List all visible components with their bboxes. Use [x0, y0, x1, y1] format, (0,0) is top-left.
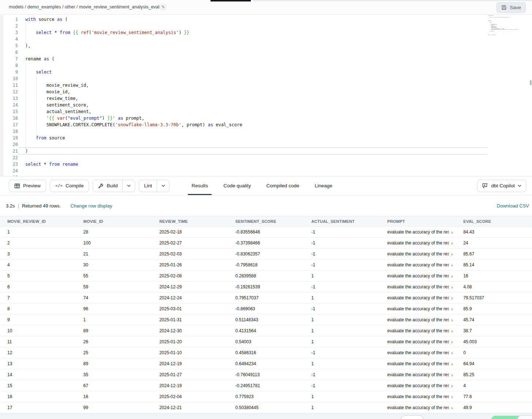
table-cell: 28 [76, 229, 152, 235]
prompt-expand-icon[interactable]: › [451, 383, 453, 388]
eval-score-cell: 4 [456, 383, 532, 388]
eval-score-cell: 0 [456, 350, 532, 355]
build-dropdown-chevron[interactable] [122, 180, 135, 192]
returned-rows-text: Returned 49 rows. [22, 203, 61, 209]
tab-lineage[interactable]: Lineage [314, 176, 333, 195]
results-tabs: ResultsCode qualityCompiled codeLineage [191, 176, 333, 195]
table-row: 1282025-02-18-0.83556646-1evaluate the a… [0, 227, 532, 237]
line-number: 20 [3, 141, 18, 148]
line-number: 23 [3, 161, 18, 168]
table-cell: -0.869063 [228, 306, 304, 311]
prompt-preview-text: evaluate the accuracy of the res... [387, 383, 449, 388]
table-cell: 2024-12-30 [152, 328, 228, 333]
editor-minimap[interactable]: with source as ( select * from {{ ref('m… [488, 15, 530, 36]
table-cell: -1 [304, 262, 380, 268]
prompt-expand-icon[interactable]: › [451, 251, 453, 257]
save-button[interactable]: Save [496, 2, 526, 13]
breadcrumb[interactable]: models / demo_examples / other / movie_r… [9, 4, 167, 10]
tab-compiled-code[interactable]: Compiled code [265, 176, 300, 195]
prompt-preview-text: evaluate the accuracy of the res... [387, 317, 449, 322]
prompt-expand-icon[interactable]: › [451, 361, 453, 366]
column-header: SENTIMENT_SCORE [228, 219, 304, 224]
bottom-bar [0, 414, 532, 419]
prompt-expand-icon[interactable]: › [451, 405, 453, 410]
line-number: 3 [3, 29, 18, 36]
build-button[interactable]: Build [93, 180, 122, 192]
table-cell: 25 [76, 350, 152, 355]
prompt-expand-icon[interactable]: › [451, 317, 453, 322]
code-line [25, 36, 532, 42]
line-number: 16 [3, 115, 18, 121]
line-number: 5 [3, 42, 18, 49]
prompt-expand-icon[interactable]: › [451, 295, 453, 300]
table-cell: 2025-01-26 [152, 262, 228, 268]
prompt-expand-icon[interactable]: › [451, 372, 453, 377]
prompt-expand-icon[interactable]: › [451, 262, 453, 268]
prompt-preview-text: evaluate the accuracy of the res... [387, 394, 449, 399]
top-bar: models / demo_examples / other / movie_r… [0, 0, 532, 15]
bottom-partial-button[interactable] [517, 415, 532, 419]
line-number: 22 [3, 154, 18, 161]
prompt-expand-icon[interactable]: › [451, 284, 453, 289]
editor-scrollbar[interactable] [530, 80, 532, 85]
table-row: 10892024-12-300.41315641evaluate the acc… [0, 325, 532, 336]
table-cell: 2025-01-10 [152, 350, 228, 355]
table-cell: 2025-02-03 [152, 251, 228, 257]
line-number: 14 [3, 102, 18, 108]
eval-score-cell: 85.9 [456, 306, 532, 311]
table-cell: 15 [0, 383, 76, 388]
prompt-expand-icon[interactable]: › [451, 394, 453, 399]
prompt-expand-icon[interactable]: › [451, 350, 453, 355]
download-csv-link[interactable]: Download CSV [497, 203, 529, 209]
bottom-partial-button[interactable] [401, 415, 424, 419]
table-row: 12252025-01-100.4586316-1evaluate the ac… [0, 347, 532, 358]
table-cell: 12 [0, 350, 76, 355]
line-number: 1 [3, 16, 18, 23]
save-icon [501, 5, 507, 10]
table-cell: 6 [0, 284, 76, 289]
prompt-expand-icon[interactable]: › [451, 273, 453, 278]
prompt-cell: evaluate the accuracy of the res...› [380, 295, 456, 300]
table-cell: 2025-02-18 [152, 229, 228, 235]
table-cell: 2025-03-01 [152, 306, 228, 311]
tab-results[interactable]: Results [191, 176, 209, 195]
table-cell: 13 [0, 361, 76, 366]
line-number: 12 [3, 89, 18, 95]
sql-editor[interactable]: 1234567891011121314151617181920212223242… [0, 15, 532, 176]
prompt-cell: evaluate the accuracy of the res...› [380, 273, 456, 278]
prompt-expand-icon[interactable]: › [451, 306, 453, 311]
code-line: movie_id, [25, 89, 532, 95]
prompt-cell: evaluate the accuracy of the res...› [380, 372, 456, 377]
prompt-expand-icon[interactable]: › [451, 229, 453, 235]
compile-button[interactable]: </> Compile [50, 180, 89, 192]
table-cell: 1 [304, 394, 380, 399]
tab-code-quality[interactable]: Code quality [223, 176, 252, 195]
lint-dropdown-chevron[interactable] [157, 180, 169, 192]
code-line: sentiment_score, [25, 102, 532, 108]
eval-score-cell: 45.003 [456, 339, 532, 344]
table-cell: 0.50380445 [228, 405, 304, 410]
table-cell: 16 [76, 394, 152, 399]
dbt-copilot-button[interactable]: dbt Copilot [477, 180, 526, 192]
code-line: actual_sentiment, [25, 108, 532, 115]
prompt-expand-icon[interactable]: › [451, 328, 453, 333]
table-row: 17992024-12-210.503804451evaluate the ac… [0, 402, 532, 413]
prompt-cell: evaluate the accuracy of the res...› [380, 284, 456, 289]
prompt-expand-icon[interactable]: › [451, 240, 453, 246]
prompt-preview-text: evaluate the accuracy of the res... [387, 306, 449, 311]
top-edge-artifact [253, 0, 532, 1]
eval-score-cell: 84.43 [456, 229, 532, 235]
change-row-display-link[interactable]: Change row display [70, 203, 112, 209]
table-cell: 3 [0, 251, 76, 257]
column-header: MOVIE_ID [76, 219, 152, 224]
table-row: 7742024-12-240.795170371evaluate the acc… [0, 292, 532, 303]
table-cell: 11 [0, 339, 76, 344]
lint-button[interactable]: Lint [139, 180, 157, 192]
preview-button[interactable]: Preview [9, 180, 46, 192]
table-row: 6592024-12-29-0.19261539-1evaluate the a… [0, 281, 532, 292]
column-header: REVIEW_TIME [152, 219, 228, 224]
code-line: rename as ( [25, 56, 532, 62]
table-cell: -1 [304, 350, 380, 355]
prompt-expand-icon[interactable]: › [451, 339, 453, 344]
code-lines[interactable]: with source as ( select * from {{ ref('m… [18, 16, 532, 176]
